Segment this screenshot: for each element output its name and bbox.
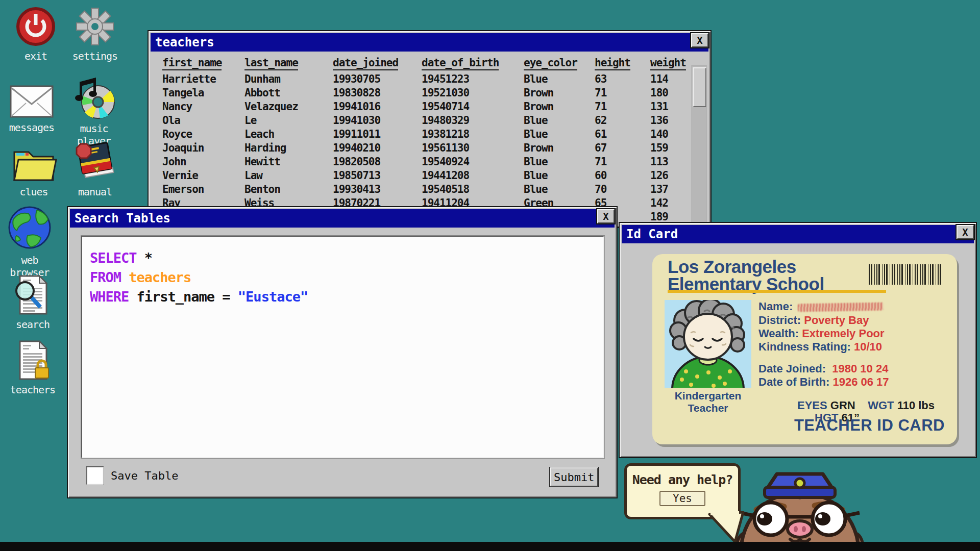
table-cell: 19940210 bbox=[333, 142, 422, 154]
id-card-window-title: Id Card bbox=[622, 227, 678, 241]
teachers-close-button[interactable]: X bbox=[691, 33, 708, 47]
id-card-titlebar[interactable]: Id Card bbox=[622, 225, 974, 243]
table-cell: 19381218 bbox=[422, 128, 524, 140]
table-row[interactable]: RoyceLeach1991101119381218Blue61140 bbox=[149, 127, 690, 141]
table-cell: Harriette bbox=[162, 73, 244, 85]
envelope-icon bbox=[9, 85, 54, 118]
table-cell: Blue bbox=[524, 128, 595, 140]
book-icon bbox=[71, 141, 118, 183]
table-cell: Blue bbox=[524, 73, 595, 85]
table-cell: Velazquez bbox=[244, 101, 333, 113]
desktop-icon-settings[interactable]: settings bbox=[64, 6, 126, 62]
table-cell: Brown bbox=[524, 142, 595, 154]
icon-label: exit bbox=[5, 50, 66, 62]
desktop-icon-search[interactable]: search bbox=[2, 274, 63, 331]
table-cell: Harding bbox=[244, 142, 333, 154]
query-editor[interactable]: SELECT *FROM teachersWHERE first_name = … bbox=[81, 236, 604, 458]
helper-character[interactable] bbox=[730, 472, 873, 545]
desktop-icon-exit[interactable]: exit bbox=[5, 6, 66, 62]
desktop-icon-web-browser[interactable]: web browser bbox=[0, 204, 60, 279]
column-header: height bbox=[595, 57, 630, 70]
id-card-close-button[interactable]: X bbox=[957, 225, 974, 239]
submit-button[interactable]: Submit bbox=[550, 467, 598, 487]
bubble-tail bbox=[705, 511, 749, 545]
barcode bbox=[869, 264, 943, 285]
table-cell: Ola bbox=[162, 114, 244, 127]
save-table-checkbox[interactable] bbox=[86, 466, 104, 485]
table-cell: Blue bbox=[524, 156, 595, 168]
column-header: date_of_birth bbox=[422, 57, 499, 70]
music-cd-icon bbox=[69, 76, 118, 119]
vertical-scrollbar[interactable] bbox=[692, 65, 706, 223]
teachers-titlebar[interactable]: teachers bbox=[151, 33, 708, 52]
search-titlebar[interactable]: Search Tables bbox=[70, 209, 615, 228]
globe-icon bbox=[6, 204, 53, 251]
table-cell: Blue bbox=[524, 169, 595, 182]
document-lock-icon bbox=[11, 340, 55, 381]
folder-icon bbox=[10, 143, 57, 183]
table-row[interactable]: JoaquinHarding1994021019561130Brown67159 bbox=[149, 141, 690, 155]
table-row[interactable]: HarrietteDunham1993070519451223Blue63114 bbox=[149, 72, 690, 86]
date-joined-row: Date Joined: 1980 10 24 bbox=[758, 362, 888, 375]
table-cell: 19540714 bbox=[422, 101, 524, 113]
gold-divider bbox=[668, 290, 886, 293]
table-cell: 61 bbox=[595, 128, 650, 140]
table-cell: Joaquin bbox=[162, 142, 244, 154]
id-card-window: Id Card X Los Zorangeles Elementary Scho… bbox=[619, 222, 977, 458]
table-cell: Blue bbox=[524, 183, 595, 195]
table-cell: Vernie bbox=[162, 169, 244, 182]
table-row[interactable]: JohnHewitt1982050819540924Blue71113 bbox=[149, 155, 690, 168]
table-cell: 19930413 bbox=[333, 183, 422, 195]
help-bubble-text: Need any help? bbox=[627, 472, 738, 487]
table-cell: Nancy bbox=[162, 101, 244, 113]
eyes-weight-row: EYES GRN WGT 110 lbs bbox=[797, 399, 935, 412]
save-table-label: Save Table bbox=[111, 469, 178, 482]
table-cell: 19540924 bbox=[422, 156, 524, 168]
bottom-bar bbox=[0, 542, 980, 551]
table-row[interactable]: OlaLe1994103019480329Blue62136 bbox=[149, 113, 690, 127]
icon-label: clues bbox=[3, 186, 64, 198]
table-cell: 19941016 bbox=[333, 101, 422, 113]
table-row[interactable]: NancyVelazquez1994101619540714Brown71131 bbox=[149, 99, 690, 113]
table-cell: Emerson bbox=[162, 183, 244, 195]
table-row[interactable]: TangelaAbbott1983082819521030Brown71180 bbox=[149, 86, 690, 99]
kindness-row: Kindness Rating: 10/10 bbox=[758, 340, 882, 354]
column-header: first_name bbox=[162, 57, 222, 70]
scribbled-name bbox=[798, 303, 884, 312]
search-close-button[interactable]: X bbox=[597, 209, 615, 223]
table-header: first_name last_name date_joined date_of… bbox=[149, 57, 690, 70]
icon-label: messages bbox=[1, 121, 62, 134]
table-cell: 19540518 bbox=[422, 183, 524, 195]
table-cell: Hewitt bbox=[244, 156, 333, 168]
table-cell: Brown bbox=[524, 87, 595, 99]
table-cell: Dunham bbox=[244, 73, 333, 85]
table-cell: 67 bbox=[595, 142, 650, 154]
granny-portrait bbox=[665, 300, 751, 388]
table-cell: Tangela bbox=[162, 87, 244, 99]
table-cell: 19911011 bbox=[333, 128, 422, 140]
table-row[interactable]: EmersonBenton1993041319540518Blue70137 bbox=[149, 182, 690, 196]
desktop-icon-manual[interactable]: manual bbox=[64, 141, 126, 198]
district-row: District: Poverty Bay bbox=[758, 314, 869, 327]
teacher-photo bbox=[665, 300, 751, 388]
column-header: date_joined bbox=[333, 57, 398, 70]
gear-icon bbox=[75, 6, 115, 47]
icon-label: manual bbox=[64, 186, 126, 198]
desktop-icon-teachers[interactable]: teachers bbox=[2, 340, 63, 396]
power-icon bbox=[15, 6, 56, 47]
table-cell: 19930705 bbox=[333, 73, 422, 85]
icon-label: teachers bbox=[2, 384, 63, 396]
desktop-icon-messages[interactable]: messages bbox=[1, 85, 62, 134]
table-cell: 19830828 bbox=[333, 87, 422, 99]
table-cell: Brown bbox=[524, 101, 595, 113]
desktop-icon-clues[interactable]: clues bbox=[3, 143, 64, 198]
sql-query-text: SELECT *FROM teachersWHERE first_name = … bbox=[82, 237, 603, 308]
column-header: eye_color bbox=[524, 57, 577, 70]
table-row[interactable]: VernieLaw1985071319441208Blue60126 bbox=[149, 168, 690, 182]
date-of-birth-row: Date of Birth: 1926 06 17 bbox=[758, 375, 889, 389]
card-type-label: TEACHER ID CARD bbox=[794, 416, 945, 435]
scrollbar-thumb[interactable] bbox=[693, 67, 706, 107]
desktop-icon-music-player[interactable]: music player bbox=[63, 76, 125, 147]
help-yes-button[interactable]: Yes bbox=[659, 491, 705, 506]
wealth-row: Wealth: Extremely Poor bbox=[758, 327, 885, 340]
